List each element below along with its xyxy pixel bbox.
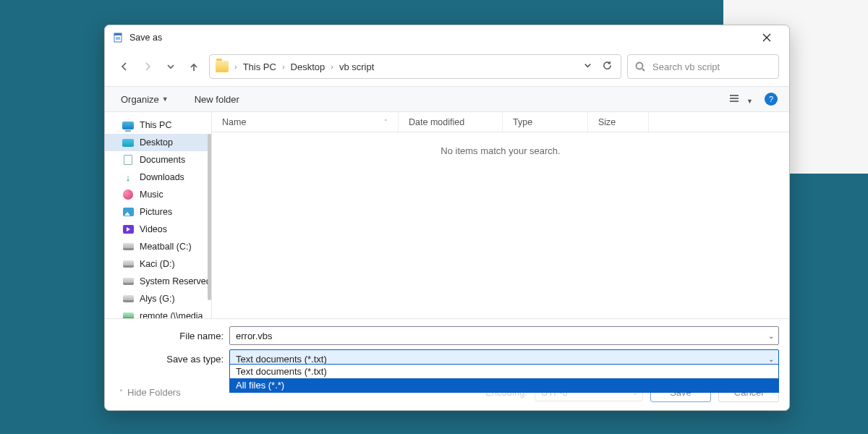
sidebar-item-label: Videos [140, 224, 167, 234]
column-headers: Name ˄ Date modified Type Size [212, 112, 789, 132]
sidebar-item-system-reserved[interactable]: System Reserved [105, 273, 211, 290]
organize-button[interactable]: Organize▼ [116, 91, 173, 108]
sidebar-item-pictures[interactable]: Pictures [105, 203, 211, 221]
pic-icon [122, 206, 134, 218]
path-dropdown-button[interactable] [583, 61, 592, 72]
help-button[interactable]: ? [765, 93, 778, 106]
view-options-button[interactable]: ▼ [729, 93, 753, 106]
body: This PCDesktopDocuments↓DownloadsMusicPi… [105, 112, 789, 318]
sidebar-item-label: Documents [140, 155, 185, 165]
nav-buttons [115, 60, 203, 73]
chevron-down-icon: ▼ [162, 95, 169, 103]
chevron-right-icon: › [282, 62, 285, 71]
doc-icon [122, 154, 134, 166]
sidebar-item-documents[interactable]: Documents [105, 151, 211, 169]
up-button[interactable] [187, 60, 200, 73]
drive-icon [122, 276, 134, 287]
hide-folders-button[interactable]: ˄ Hide Folders [115, 387, 181, 398]
type-option-txt[interactable]: Text documents (*.txt) [230, 365, 778, 378]
sidebar-item-alys-g[interactable]: Alys (G:) [105, 290, 211, 307]
sidebar: This PCDesktopDocuments↓DownloadsMusicPi… [105, 112, 212, 318]
back-button[interactable] [118, 60, 131, 73]
sidebar-item-label: Alys (G:) [140, 294, 175, 304]
sidebar-item-remote-media[interactable]: remote (\\media [105, 307, 211, 318]
sidebar-item-label: remote (\\media [140, 311, 203, 318]
toolbar: Organize▼ New folder ▼ ? [105, 86, 789, 112]
sidebar-item-label: Music [140, 190, 163, 200]
chevron-right-icon: › [234, 62, 237, 71]
notepad-icon [112, 32, 124, 43]
sidebar-item-meatball-c[interactable]: Meatball (C:) [105, 238, 211, 255]
dialog-title: Save as [129, 33, 162, 43]
search-icon [635, 61, 645, 72]
breadcrumb-this-pc[interactable]: This PC [243, 61, 276, 72]
search-placeholder: Search vb script [652, 61, 720, 72]
sidebar-item-music[interactable]: Music [105, 186, 211, 203]
form-area: File name: error.vbs ⌄ Save as type: Tex… [105, 318, 789, 410]
save-as-type-dropdown: Text documents (*.txt) All files (*.*) [229, 364, 779, 393]
sidebar-scrollbar[interactable] [208, 134, 211, 300]
music-icon [122, 189, 134, 200]
sidebar-item-label: Pictures [140, 207, 172, 217]
sidebar-item-this-pc[interactable]: This PC [105, 116, 211, 134]
column-name[interactable]: Name ˄ [212, 112, 399, 132]
chevron-up-icon: ˄ [119, 388, 123, 396]
sidebar-item-label: Downloads [140, 172, 184, 182]
vid-icon [122, 224, 134, 235]
file-name-input[interactable]: error.vbs ⌄ [229, 326, 779, 345]
titlebar: Save as [105, 25, 789, 50]
sidebar-item-kaci-d[interactable]: Kaci (D:) [105, 255, 211, 273]
breadcrumb-current[interactable]: vb script [339, 61, 374, 72]
address-bar[interactable]: › This PC › Desktop › vb script [209, 54, 621, 79]
sidebar-item-label: Desktop [140, 137, 173, 148]
sidebar-item-label: Kaci (D:) [140, 259, 175, 269]
chevron-down-icon[interactable]: ⌄ [768, 355, 774, 363]
close-button[interactable] [752, 27, 782, 48]
folder-icon [216, 61, 229, 72]
sidebar-item-label: System Reserved [140, 276, 211, 286]
sidebar-item-videos[interactable]: Videos [105, 221, 211, 238]
refresh-button[interactable] [603, 61, 612, 72]
save-as-type-label: Save as type: [115, 354, 229, 365]
breadcrumb-desktop[interactable]: Desktop [291, 61, 326, 72]
column-type[interactable]: Type [503, 112, 588, 132]
search-input[interactable]: Search vb script [627, 54, 779, 79]
remote-icon [122, 310, 134, 318]
forward-button[interactable] [141, 60, 154, 73]
drive-icon [122, 241, 134, 252]
desktop-icon [122, 137, 134, 148]
drive-icon [122, 258, 134, 270]
dl-icon: ↓ [122, 171, 134, 183]
svg-line-8 [642, 69, 644, 71]
nav-row: › This PC › Desktop › vb script Search v… [105, 50, 789, 86]
drive-icon [122, 293, 134, 305]
file-listing: Name ˄ Date modified Type Size No items … [212, 112, 789, 318]
file-name-label: File name: [115, 331, 229, 341]
chevron-down-icon: ▼ [746, 98, 753, 105]
sort-indicator-icon: ˄ [384, 119, 388, 126]
column-date[interactable]: Date modified [399, 112, 503, 132]
new-folder-button[interactable]: New folder [190, 91, 244, 108]
save-as-dialog: Save as › This PC › Desktop › vb script [104, 25, 790, 411]
chevron-down-icon[interactable]: ⌄ [768, 332, 774, 340]
svg-rect-1 [114, 33, 122, 35]
column-size[interactable]: Size [588, 112, 649, 132]
recent-locations-button[interactable] [164, 60, 177, 73]
sidebar-item-desktop[interactable]: Desktop [105, 134, 211, 151]
chevron-right-icon: › [331, 62, 333, 71]
pc-icon [122, 119, 134, 131]
sidebar-item-downloads[interactable]: ↓Downloads [105, 169, 211, 186]
empty-listing-message: No items match your search. [212, 132, 789, 156]
sidebar-item-label: This PC [140, 120, 171, 130]
type-option-all[interactable]: All files (*.*) [230, 378, 778, 392]
sidebar-item-label: Meatball (C:) [140, 242, 192, 252]
svg-point-7 [637, 63, 643, 69]
